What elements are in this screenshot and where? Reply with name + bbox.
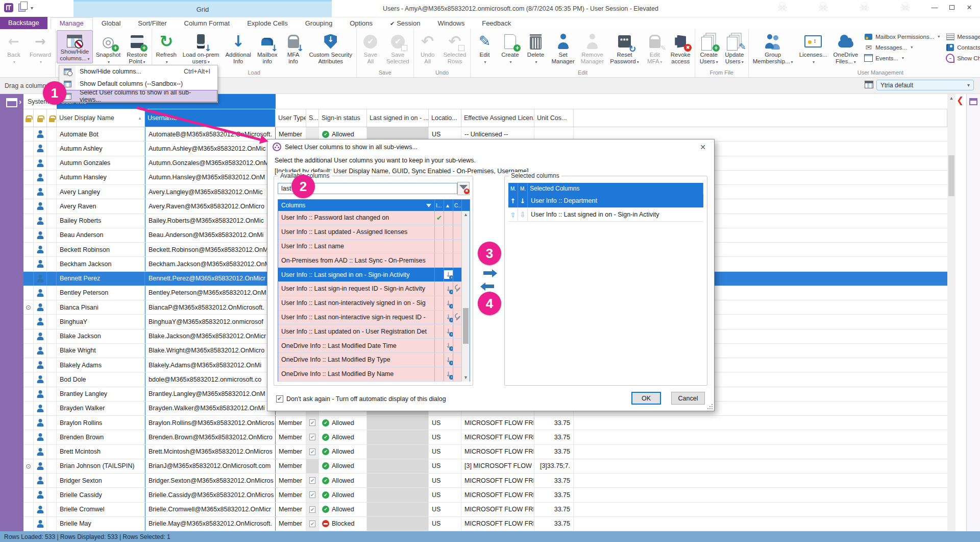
mailbox-permissions-button[interactable]: Mailbox Permissions...▾ xyxy=(864,32,940,41)
contacts-button[interactable]: Contacts...▾ xyxy=(946,43,980,52)
forward-button[interactable]: Forward▾ xyxy=(27,30,54,66)
list-item-on-premises-from-aad-last-sync-on-premises[interactable]: On-Premises from AAD :: Last Sync - On-P… xyxy=(278,253,470,268)
close-button[interactable]: ✕ xyxy=(961,1,978,13)
edit-mfa-button[interactable]: EditMFA▾ xyxy=(642,30,668,66)
list-item-user-info-last-signed-in-on-sign-in-activity[interactable]: User Info :: Last signed in on - Sign-in… xyxy=(278,268,470,282)
save-all-button[interactable]: SaveAll xyxy=(358,30,383,66)
list-item-onedrive-info-last-modified-date-time[interactable]: OneDrive Info :: Last Modified Date Time xyxy=(278,339,470,353)
message-rules-button[interactable]: Message Rules...▾ xyxy=(946,32,980,41)
cancel-button[interactable]: Cancel xyxy=(671,392,705,405)
tab-explode-cells[interactable]: Explode Cells xyxy=(238,18,297,29)
table-row-brielle-cromwel[interactable]: Brielle CromwelBrielle.Cromwell@M365x858… xyxy=(23,503,947,517)
table-row-braylon-rollins[interactable]: Braylon RollinsBraylon.Rollins@M365x8583… xyxy=(23,416,947,430)
messages-button[interactable]: Messages...▾ xyxy=(864,43,940,52)
additional-info-button[interactable]: AdditionalInfo xyxy=(222,30,254,66)
move-up-icon[interactable]: ↑ xyxy=(508,194,518,207)
column-header-effective-assigned-licen[interactable]: Effective Assigned Licen... xyxy=(461,109,534,127)
list-scrollbar[interactable]: ▲ ▼ xyxy=(461,211,470,382)
column-header-last-signed-in-on[interactable]: Last signed in on - ... xyxy=(367,109,429,127)
create-button[interactable]: Create▾ xyxy=(497,30,523,66)
restore-button[interactable] xyxy=(943,1,961,13)
list-item-user-info-last-updated-on-user-registration-det[interactable]: User Info :: Last updated on - User Regi… xyxy=(278,324,470,339)
table-row-brian-johnson-tailspin[interactable]: ⊙Brian Johnson (TAILSPIN)BrianJ@M365x858… xyxy=(23,459,947,474)
selected-item-user-info-last-signed-in-on-sign-in-activity[interactable]: ⇧⇩User Info :: Last signed in on - Sign-… xyxy=(508,208,703,222)
menu-item-show-hide-columns[interactable]: Show/Hide columns...Ctrl+Alt+I xyxy=(59,65,217,78)
tab-global[interactable]: Global xyxy=(93,18,130,29)
minimize-button[interactable]: — xyxy=(926,1,943,13)
move-down-icon[interactable]: ↓ xyxy=(518,194,528,207)
edit-button[interactable]: Edit▾ xyxy=(472,30,497,66)
selected-header-cell[interactable]: Selected Columns xyxy=(528,183,703,194)
load-on-prem-users-button[interactable]: Load on-premusers▾ xyxy=(180,30,223,66)
column-header-sign-in-status[interactable]: Sign-in status xyxy=(319,109,367,127)
column-header-user-display-name[interactable]: User Display Name▲ xyxy=(57,109,145,127)
tab-feedback[interactable]: Feedback xyxy=(473,18,520,29)
resize-grip[interactable] xyxy=(707,404,713,409)
dialog-title-bar[interactable]: Select User columns to show in all sub-v… xyxy=(267,139,714,154)
list-item-user-info-password-last-changed-on[interactable]: User Info :: Password last changed on✔ xyxy=(278,211,470,225)
list-item-onedrive-info-last-modified-by-type[interactable]: OneDrive Info :: Last Modified By Type xyxy=(278,353,470,367)
table-row-brielle-cassidy[interactable]: Brielle CassidyBrielle.Cassidy@M365x8583… xyxy=(23,488,947,502)
copy-icon[interactable] xyxy=(18,4,26,12)
list-item-user-info-last-name[interactable]: User Info :: Last name xyxy=(278,240,470,254)
create-users-button[interactable]: CreateUsers▾ xyxy=(696,30,722,66)
dialog-close-icon[interactable]: ✕ xyxy=(697,142,709,152)
subcolumn-header[interactable]: ▲ xyxy=(444,200,453,211)
events-button[interactable]: Events...▾ xyxy=(864,54,940,62)
mailbox-info-button[interactable]: Mailboxinfo xyxy=(254,30,281,66)
tab-backstage[interactable]: Backstage xyxy=(0,17,47,29)
lock-column-header[interactable] xyxy=(23,109,34,127)
panel-collapse-icon[interactable]: ❮ xyxy=(957,96,964,105)
subcolumn-header[interactable]: I... xyxy=(435,200,444,211)
custom-security-attributes-button[interactable]: Custom SecurityAttributes xyxy=(306,30,355,66)
template-selector[interactable]: Ytria default ▾ xyxy=(876,80,974,90)
available-columns-header[interactable]: Columns xyxy=(278,200,435,211)
app-icon[interactable] xyxy=(4,3,13,12)
column-header-unit-cos[interactable]: Unit Cos... xyxy=(534,109,574,127)
list-item-onedrive-info-last-modified-by-name[interactable]: OneDrive Info :: Last Modified By Name xyxy=(278,367,470,382)
menu-item-select-user-columns-to-show-in-all-sub-views[interactable]: Select User columns to show in all sub-v… xyxy=(59,90,217,102)
scroll-down-icon[interactable]: ▼ xyxy=(462,374,470,382)
move-up-icon[interactable]: ⇧ xyxy=(508,208,518,221)
licenses-button[interactable]: Licenses...▾ xyxy=(796,30,830,66)
column-header-s[interactable]: S... xyxy=(306,109,319,127)
revoke-access-button[interactable]: Revokeaccess xyxy=(668,30,694,66)
refresh-button[interactable]: Refresh▾ xyxy=(153,30,180,66)
scroll-up-icon[interactable]: ▲ xyxy=(947,94,955,102)
template-grid-icon[interactable] xyxy=(865,81,873,88)
available-list-header[interactable]: ColumnsI...▲C.. xyxy=(278,200,470,211)
list-item-user-info-last-updated-assigned-licenses[interactable]: User Info :: Last updated - Assigned lic… xyxy=(278,225,470,240)
left-sidebar[interactable] xyxy=(0,94,23,531)
qat-dropdown-icon[interactable]: ▾ xyxy=(31,5,33,11)
selected-header-cell[interactable]: M. xyxy=(508,183,518,194)
grid-vertical-scrollbar[interactable]: ▲ xyxy=(947,94,955,531)
column-header-locatio[interactable]: Locatio... xyxy=(429,109,461,127)
selected-item-user-info-department[interactable]: ↑↓User Info :: Department xyxy=(508,194,703,208)
scrollbar-thumb[interactable] xyxy=(948,155,954,196)
scrollbar-thumb[interactable] xyxy=(463,308,469,344)
tab-windows[interactable]: Windows xyxy=(429,18,473,29)
remove-manager-button[interactable]: RemoveManager xyxy=(578,30,607,66)
tab-sort-filter[interactable]: Sort/Filter xyxy=(129,18,175,29)
list-item-user-info-last-non-interactive-sign-in-request-id[interactable]: User Info :: Last non-interactive sign-i… xyxy=(278,311,470,325)
onedrive-files-button[interactable]: OneDriveFiles...▾ xyxy=(830,30,862,66)
set-manager-button[interactable]: SetManager xyxy=(548,30,577,66)
snapshot-button[interactable]: Snapshot▾ xyxy=(93,30,124,66)
tab-manage[interactable]: Manage xyxy=(51,17,93,29)
tab-session[interactable]: ✔Session xyxy=(381,18,429,29)
column-header-username[interactable]: Username xyxy=(145,109,276,127)
mfa-info-button[interactable]: MFAinfo xyxy=(281,30,306,66)
subcolumn-header[interactable]: C.. xyxy=(453,200,462,211)
scroll-up-icon[interactable]: ▲ xyxy=(462,211,470,219)
back-button[interactable]: Back▾ xyxy=(1,30,27,66)
table-row-brielle-may[interactable]: Brielle MayBrielle.May@M365x85832012.OnM… xyxy=(23,517,947,531)
tab-options[interactable]: Options xyxy=(341,18,381,29)
ok-button[interactable]: OK xyxy=(631,392,661,405)
delete-button[interactable]: Delete▾ xyxy=(523,30,548,66)
menu-item-show-default-columns-sandbox[interactable]: Show Default columns (--Sandbox--) xyxy=(59,78,217,90)
selected-list-header[interactable]: M.M.Selected Columns xyxy=(508,183,703,194)
undo-all-button[interactable]: UndoAll xyxy=(415,30,440,66)
lock-column-header[interactable]: : xyxy=(47,109,57,127)
restore-point-button[interactable]: RestorePoint▾ xyxy=(124,30,150,66)
save-selected-button[interactable]: SaveSelected xyxy=(383,30,412,66)
